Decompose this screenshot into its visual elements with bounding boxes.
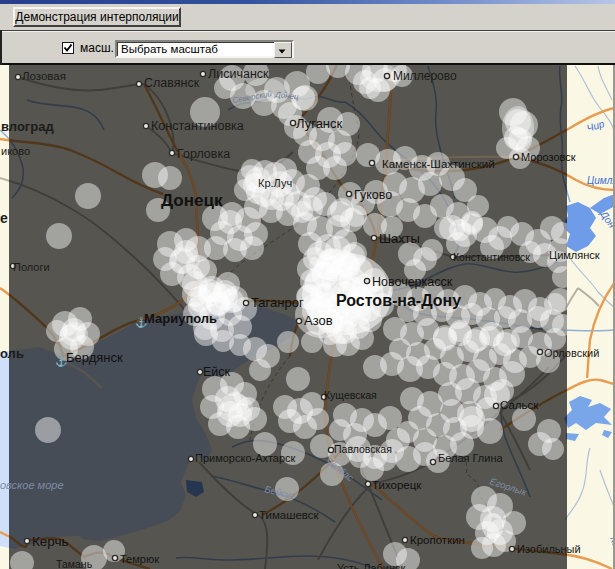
svg-text:Донецк: Донецк [161,191,223,210]
svg-text:Цимля: Цимля [587,175,615,186]
svg-text:Горловка: Горловка [177,147,230,161]
svg-text:Константиновск: Константиновск [453,251,530,263]
svg-text:Константиновка: Константиновка [151,119,244,133]
svg-text:Пологи: Пологи [13,261,50,273]
svg-text:Таганрог: Таганрог [251,295,304,310]
svg-text:е: е [0,210,8,226]
svg-text:Сальск: Сальск [500,399,539,411]
svg-text:Кущевская: Кущевская [324,389,377,401]
svg-text:⚓: ⚓ [55,355,68,368]
svg-text:Усть-Лабинск: Усть-Лабинск [337,562,406,569]
svg-text:Кр.Луч: Кр.Луч [258,177,292,189]
svg-text:Мариуполь: Мариуполь [144,311,217,326]
svg-text:Азов: Азов [304,313,333,328]
svg-text:Белая Глина: Белая Глина [438,452,503,464]
svg-text:Морозовск: Морозовск [521,151,576,163]
svg-text:Лозовая: Лозовая [22,70,66,82]
svg-text:Ростов-на-Дону: Ростов-на-Дону [336,292,461,309]
svg-text:Приморско-Ахтарск: Приморско-Ахтарск [195,452,296,464]
svg-text:Новочеркасск: Новочеркасск [372,275,453,289]
svg-text:Гуково: Гуково [354,188,392,202]
svg-text:Тихорецк: Тихорецк [372,479,422,491]
svg-text:⚓: ⚓ [135,316,148,329]
svg-text:Славянск: Славянск [144,76,200,90]
svg-text:Изобильный: Изобильный [517,543,581,555]
svg-text:Луганск: Луганск [296,116,343,131]
svg-text:Кропоткин: Кропоткин [410,534,465,546]
svg-text:Павловская: Павловская [334,443,392,455]
svg-text:Тамань: Тамань [56,558,93,569]
svg-text:влоград: влоград [1,119,54,134]
svg-text:оль: оль [0,346,24,361]
svg-text:Керчь: Керчь [32,534,69,549]
svg-text:Бердянск: Бердянск [66,350,123,365]
svg-text:Темрюк: Темрюк [120,553,159,565]
svg-text:Миллерово: Миллерово [393,69,457,83]
svg-text:Шахты: Шахты [379,231,420,246]
svg-text:овское море: овское море [0,479,64,491]
svg-text:Каменск-Шахтинский: Каменск-Шахтинский [382,158,495,170]
svg-text:иково: иково [1,145,30,157]
svg-text:Лисичанск: Лисичанск [208,67,269,81]
svg-text:Тимашевск: Тимашевск [259,509,320,521]
svg-text:Ейск: Ейск [203,365,231,379]
svg-text:Цимлянск: Цимлянск [549,249,600,261]
svg-text:Орловский: Орловский [544,347,599,359]
